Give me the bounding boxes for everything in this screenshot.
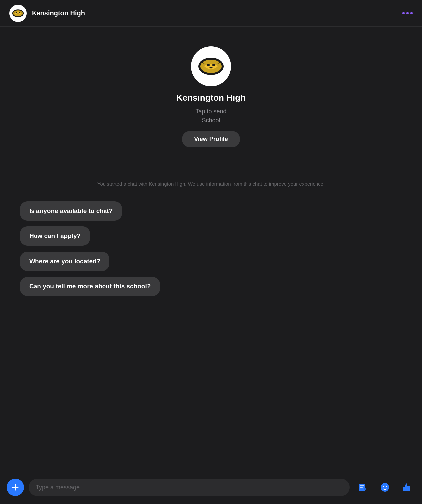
chat-suggestions: Is anyone available to chat? How can I a…	[0, 201, 422, 296]
emoji-icon	[380, 482, 390, 492]
input-bar	[0, 473, 422, 504]
svg-rect-11	[360, 485, 364, 486]
svg-point-14	[383, 486, 384, 487]
sticker-button[interactable]	[354, 479, 372, 496]
chat-info-text: You started a chat with Kensington High.…	[0, 180, 422, 188]
profile-subtitle: Tap to send School	[195, 107, 226, 125]
emoji-button[interactable]	[376, 479, 393, 496]
sticker-icon	[358, 482, 368, 492]
more-options-button[interactable]	[402, 12, 413, 14]
header-left: Kensington High	[9, 5, 85, 22]
profile-avatar	[191, 46, 231, 86]
plus-icon	[11, 483, 19, 491]
avatar[interactable]	[9, 5, 27, 22]
header: Kensington High	[0, 0, 422, 27]
chat-bubble-2[interactable]: How can I apply?	[20, 226, 90, 246]
svg-point-7	[212, 64, 215, 66]
chat-bubble-3[interactable]: Where are you located?	[20, 252, 109, 271]
dot-icon	[402, 12, 405, 14]
svg-point-3	[19, 12, 20, 13]
svg-point-6	[207, 64, 210, 66]
thumbs-up-button[interactable]	[398, 479, 415, 496]
dot-icon	[410, 12, 413, 14]
profile-section: Kensington High Tap to send School View …	[0, 27, 422, 160]
dot-icon	[406, 12, 409, 14]
svg-point-15	[386, 486, 387, 487]
svg-point-13	[381, 483, 389, 492]
svg-point-2	[16, 12, 18, 13]
profile-tap-to-send: Tap to send	[195, 107, 226, 116]
message-input-container	[29, 479, 350, 496]
add-button[interactable]	[7, 479, 24, 496]
view-profile-button[interactable]: View Profile	[182, 131, 240, 147]
chat-bubble-4[interactable]: Can you tell me more about this school?	[20, 277, 160, 296]
header-title: Kensington High	[32, 9, 85, 17]
thumbs-up-icon	[401, 482, 412, 493]
message-input[interactable]	[36, 484, 342, 491]
profile-category: School	[195, 116, 226, 125]
profile-name: Kensington High	[176, 93, 246, 103]
chat-bubble-1[interactable]: Is anyone available to chat?	[20, 201, 122, 220]
svg-rect-12	[360, 487, 363, 488]
